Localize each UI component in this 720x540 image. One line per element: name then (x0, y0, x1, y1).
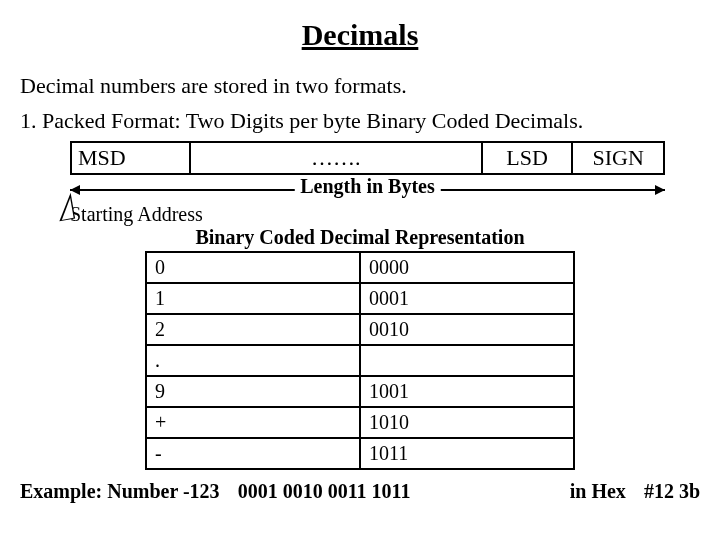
length-label: Length in Bytes (294, 175, 440, 198)
table-row: 20010 (146, 314, 574, 345)
starting-address-label: Starting Address (70, 203, 700, 226)
example-binary: 0001 0010 0011 1011 (238, 480, 411, 503)
byte-layout-msd: MSD (71, 142, 190, 174)
bcd-table-title: Binary Coded Decimal Representation (20, 226, 700, 249)
bcd-sym: + (146, 407, 360, 438)
table-row: 10001 (146, 283, 574, 314)
example-label: Example: Number -123 (20, 480, 220, 503)
bcd-code: 0000 (360, 252, 574, 283)
byte-layout-middle: ……. (190, 142, 482, 174)
arrow-right-icon (655, 185, 665, 195)
example-hex-label: in Hex (570, 480, 626, 503)
example-line: Example: Number -123 0001 0010 0011 1011… (20, 480, 700, 503)
table-row: -1011 (146, 438, 574, 469)
bcd-code (360, 345, 574, 376)
packed-format-text: 1. Packed Format: Two Digits per byte Bi… (20, 107, 700, 136)
page-title: Decimals (20, 18, 700, 52)
byte-layout-lsd: LSD (482, 142, 573, 174)
table-row: 91001 (146, 376, 574, 407)
bcd-code: 0010 (360, 314, 574, 345)
bcd-sym: - (146, 438, 360, 469)
example-hex-value: #12 3b (644, 480, 700, 503)
bcd-table: 00000 10001 20010 . 91001 +1010 -1011 (145, 251, 575, 470)
table-row: +1010 (146, 407, 574, 438)
length-indicator: Length in Bytes (70, 175, 665, 203)
bcd-code: 0001 (360, 283, 574, 314)
table-row: 00000 (146, 252, 574, 283)
table-row: . (146, 345, 574, 376)
bcd-code: 1001 (360, 376, 574, 407)
bcd-code: 1010 (360, 407, 574, 438)
bcd-sym: 2 (146, 314, 360, 345)
bcd-code: 1011 (360, 438, 574, 469)
bcd-sym: 0 (146, 252, 360, 283)
bcd-sym: 1 (146, 283, 360, 314)
bcd-sym: . (146, 345, 360, 376)
byte-layout-box: MSD ……. LSD SIGN (70, 141, 665, 175)
byte-layout-sign: SIGN (572, 142, 664, 174)
bcd-sym: 9 (146, 376, 360, 407)
arrow-left-icon (70, 185, 80, 195)
intro-text: Decimal numbers are stored in two format… (20, 72, 700, 101)
